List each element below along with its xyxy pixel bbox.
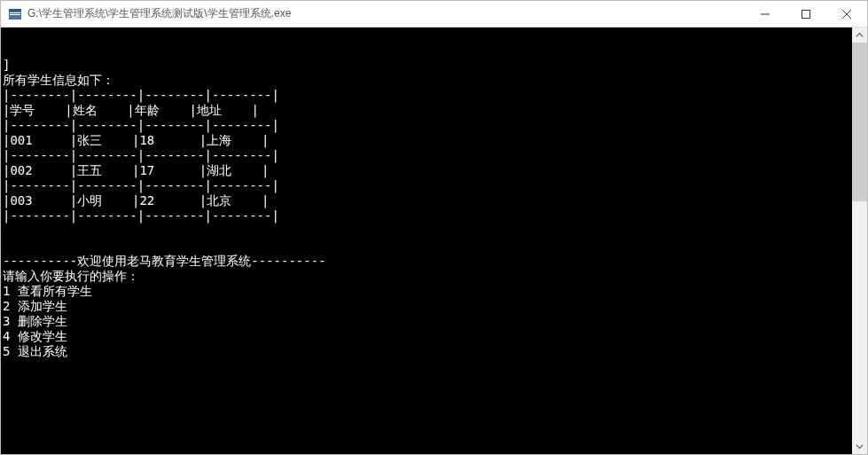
svg-rect-3 bbox=[10, 14, 20, 15]
minimize-button[interactable] bbox=[745, 1, 786, 27]
titlebar: G:\学生管理系统\学生管理系统测试版\学生管理系统.exe bbox=[1, 1, 867, 27]
console-content[interactable]: ] 所有学生信息如下： |--------|--------|--------|… bbox=[1, 58, 867, 454]
scrollbar-thumb[interactable] bbox=[852, 43, 867, 201]
app-icon bbox=[8, 7, 22, 21]
console-area: ] 所有学生信息如下： |--------|--------|--------|… bbox=[1, 27, 867, 454]
svg-rect-1 bbox=[9, 9, 21, 12]
close-button[interactable] bbox=[826, 1, 867, 27]
vertical-scrollbar[interactable] bbox=[852, 27, 867, 454]
window-title: G:\学生管理系统\学生管理系统测试版\学生管理系统.exe bbox=[27, 6, 745, 21]
scrollbar-track[interactable] bbox=[852, 43, 867, 439]
maximize-button[interactable] bbox=[786, 1, 826, 27]
svg-rect-5 bbox=[802, 10, 810, 18]
console-output: ] 所有学生信息如下： |--------|--------|--------|… bbox=[3, 58, 326, 358]
scroll-up-button[interactable] bbox=[852, 27, 867, 43]
svg-rect-2 bbox=[10, 12, 20, 13]
window-controls bbox=[745, 1, 867, 27]
scroll-down-button[interactable] bbox=[852, 439, 867, 454]
